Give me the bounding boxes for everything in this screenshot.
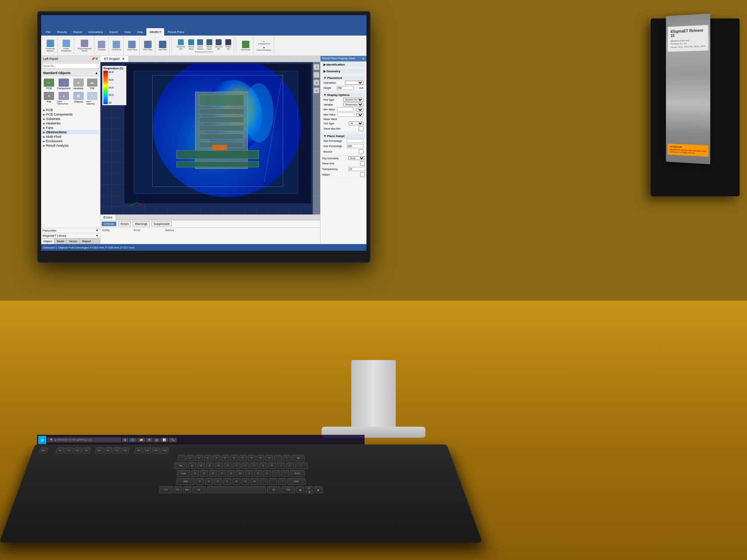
key-c[interactable]: C <box>214 478 222 485</box>
display-options-title[interactable]: ▼ Display Options <box>322 93 365 97</box>
key-9[interactable]: 9 <box>256 455 264 461</box>
key-backslash[interactable]: \ <box>295 462 308 469</box>
max-min-btn[interactable]: Max andMin <box>214 39 223 51</box>
key-6[interactable]: 6 <box>230 455 238 461</box>
obj-vent[interactable]: ⊟ Vent Opening <box>86 91 99 106</box>
tree-item-result-analysis[interactable]: ▶ Result Analysis <box>42 143 99 148</box>
preconfigured-views-btn[interactable]: PreconfiguredViews <box>76 39 92 53</box>
streamline-plot-btn[interactable]: StreamlinePlot <box>175 39 186 51</box>
key-enter[interactable]: Enter <box>290 470 305 477</box>
key-f1[interactable]: F1 <box>55 447 65 453</box>
app-icon-1[interactable]: 📊 <box>160 438 168 442</box>
key-e[interactable]: E <box>206 462 214 469</box>
end-pct-input[interactable] <box>347 144 363 148</box>
key-ctrl-l[interactable]: Ctrl <box>159 486 173 493</box>
min-value-input[interactable] <box>337 107 354 111</box>
key-f4[interactable]: F4 <box>82 447 91 453</box>
tab-file[interactable]: File <box>43 28 54 36</box>
key-h[interactable]: H <box>236 470 244 477</box>
favorites-chevron[interactable]: ▼ <box>96 229 99 232</box>
key-0[interactable]: 0 <box>265 455 273 461</box>
suppressed-subtab[interactable]: Suppressed <box>152 221 172 226</box>
key-y[interactable]: Y <box>232 462 240 469</box>
windows-start-btn[interactable]: ⊞ <box>38 436 46 444</box>
show-max-min-check[interactable] <box>359 126 363 131</box>
chassis-btn[interactable]: Chassis <box>97 40 107 51</box>
key-down[interactable]: ▼ <box>305 490 314 494</box>
place-swept-title[interactable]: ▼ Place Swept <box>322 134 365 139</box>
clip-geo-select[interactable]: None <box>348 156 365 160</box>
key-right[interactable]: ▶ <box>314 486 323 493</box>
key-1[interactable]: 1 <box>186 455 194 461</box>
key-r[interactable]: R <box>215 462 223 469</box>
key-alt-l[interactable]: Alt <box>192 486 206 493</box>
dist-pct-input[interactable] <box>347 139 363 143</box>
key-w[interactable]: W <box>197 462 205 469</box>
key-f9[interactable]: F9 <box>134 447 143 453</box>
obj-pcb[interactable]: ▭ PCB <box>43 78 56 90</box>
pin-icon[interactable]: 📌✕ <box>91 57 98 61</box>
errors-subtab[interactable]: Errors <box>118 221 131 226</box>
summary-btn[interactable]: Summary <box>240 40 252 51</box>
psu-plot-btn[interactable]: PSU Plot <box>142 40 153 51</box>
tree-item-pcb[interactable]: ▶ PCB <box>42 108 99 112</box>
search-input[interactable] <box>42 63 99 69</box>
obj-solid[interactable]: ■ Solid Obstruction <box>56 91 71 106</box>
key-i[interactable]: I <box>250 462 258 469</box>
expand-icon[interactable]: ▲ <box>95 71 98 75</box>
tree-item-obstructions[interactable]: ▶ Obstructions <box>42 130 99 134</box>
key-d[interactable]: D <box>209 470 217 477</box>
dell-btn[interactable]: D <box>153 438 160 442</box>
key-slash[interactable]: / <box>278 478 286 485</box>
variable-select[interactable]: Temperature <box>343 103 363 106</box>
pcb-plot-btn[interactable]: PCB Plot <box>111 40 122 51</box>
key-a[interactable]: A <box>191 470 199 477</box>
max-unit-select[interactable] <box>356 113 363 117</box>
library-chevron[interactable]: ▼ <box>96 234 99 237</box>
tree-item-substrate[interactable]: ▶ Substrate <box>42 117 99 121</box>
tree-item-enclosures[interactable]: ▶ Enclosures <box>42 139 99 143</box>
key-up[interactable]: ▲ <box>305 486 313 490</box>
key-period[interactable]: . <box>269 478 277 485</box>
height-input[interactable] <box>337 86 353 90</box>
key-u[interactable]: U <box>241 462 249 469</box>
identification-title[interactable]: ▶ Identification <box>322 62 365 67</box>
obj-component[interactable]: □ Component <box>56 78 71 90</box>
tab-versio[interactable]: Versio <box>67 239 80 244</box>
profile-plot-btn[interactable]: ProfilePlot <box>224 39 232 51</box>
tab-mode[interactable]: Mode <box>54 239 67 244</box>
criticals-tab[interactable]: Criticals <box>102 221 116 226</box>
tab-view[interactable]: View <box>121 28 133 36</box>
clear-annotations-btn[interactable]: ✖ Clear Annotations <box>256 46 272 52</box>
tree-item-heatsinks[interactable]: ▶ Heatsinks <box>42 121 99 126</box>
tab-export[interactable]: Export <box>106 28 121 36</box>
placement-title[interactable]: ▼ Placement <box>322 76 365 80</box>
result-cloud-btn[interactable]: ResultCloud <box>205 39 213 51</box>
key-comma[interactable]: , <box>260 478 268 485</box>
obj-tim[interactable]: ▬ TIM <box>86 78 99 90</box>
tab-results[interactable]: Results <box>54 28 70 36</box>
key-f11[interactable]: F11 <box>152 447 160 453</box>
result-volume-btn[interactable]: ResultVolume <box>196 39 205 51</box>
layer-properties-btn[interactable]: LayerProperties <box>60 39 72 53</box>
tree-item-pcb-components[interactable]: ▶ PCB Components <box>42 112 99 117</box>
key-f6[interactable]: F6 <box>103 447 112 453</box>
key-f10[interactable]: F10 <box>143 447 152 453</box>
edge-btn[interactable]: 🌐 <box>129 438 137 442</box>
task-view-btn[interactable]: ⧉ <box>122 438 128 442</box>
tab-result-plane[interactable]: Result Plane <box>165 28 187 36</box>
obj-heatsink[interactable]: ⊞ Heatsink <box>72 78 85 90</box>
key-t[interactable]: T <box>223 462 232 469</box>
key-bracket-r[interactable]: ] <box>286 462 294 469</box>
geometry-title[interactable]: ▶ Geometry <box>322 69 365 74</box>
mail-btn[interactable]: ✉ <box>146 438 153 442</box>
drive-plot-btn[interactable]: Drive Plot <box>126 40 138 51</box>
file-explorer-btn[interactable]: 📁 <box>137 438 145 442</box>
key-backtick[interactable]: ` <box>177 455 186 461</box>
errors-tab-main[interactable]: Errors <box>100 215 116 220</box>
plot-type-select[interactable]: Variation Plot Smooth <box>343 98 363 101</box>
key-lshift[interactable]: Shift <box>176 478 195 485</box>
key-l[interactable]: L <box>263 470 271 477</box>
close-prop-icon[interactable]: ✕ <box>362 57 365 60</box>
key-f12[interactable]: F12 <box>160 447 169 453</box>
